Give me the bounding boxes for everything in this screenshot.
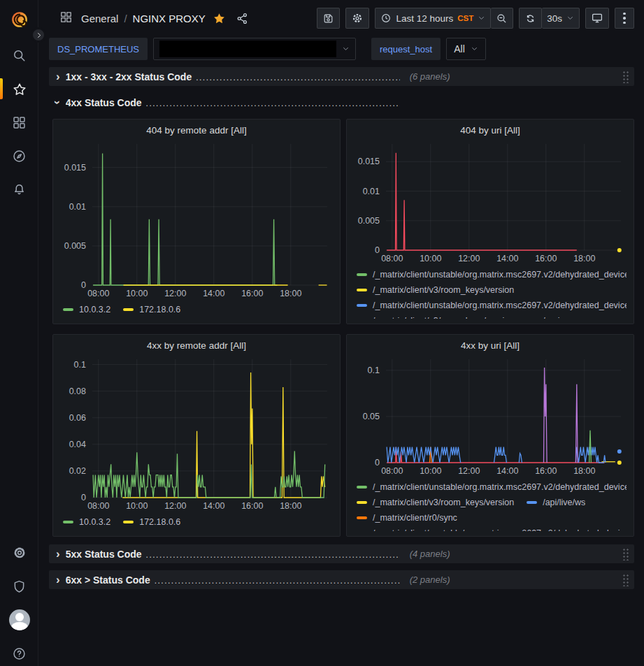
svg-text:0.05: 0.05: [363, 412, 380, 421]
variable-ds-prometheus-label[interactable]: DS_PROMETHEUS: [49, 38, 148, 60]
sidebar-item-profile[interactable]: [0, 609, 38, 631]
legend-item[interactable]: 172.18.0.6: [123, 302, 180, 317]
sidebar-item-help[interactable]: [0, 643, 38, 664]
row-1xx-3xx-2xx[interactable]: › 1xx - 3xx - 2xx Status Code ..........…: [49, 67, 634, 86]
sidebar-item-server-admin[interactable]: [0, 576, 38, 597]
svg-text:0.08: 0.08: [69, 386, 86, 396]
svg-text:0.01: 0.01: [69, 202, 86, 212]
star-icon: [12, 82, 27, 97]
legend-item[interactable]: /api/live/ws: [527, 495, 585, 509]
request-host-value: All: [454, 43, 465, 55]
svg-text:0.005: 0.005: [358, 216, 380, 226]
row-4xx[interactable]: › 4xx Status Code ......................…: [49, 93, 634, 112]
svg-text:12:00: 12:00: [458, 466, 480, 476]
gear-icon: [12, 545, 27, 560]
svg-text:18:00: 18:00: [573, 254, 595, 263]
row-drag-handle[interactable]: [622, 574, 629, 586]
row-drag-handle[interactable]: [622, 548, 629, 560]
variable-request-host-label[interactable]: request_host: [371, 38, 441, 60]
chevron-right-icon: ›: [56, 71, 60, 82]
row-title: 5xx Status Code: [66, 549, 142, 560]
variable-request-host-select[interactable]: All: [446, 38, 486, 60]
breadcrumb-folder[interactable]: General: [81, 13, 118, 24]
legend-item[interactable]: /_matrix/client/v3/room_keys/version: [357, 313, 514, 319]
sidebar-item-configuration[interactable]: [0, 542, 38, 563]
chevron-right-icon: [35, 31, 43, 39]
legend-item[interactable]: /sw.js: [527, 313, 564, 319]
refresh-interval-picker[interactable]: 30s: [542, 8, 580, 29]
svg-text:14:00: 14:00: [496, 466, 518, 476]
chart-4xx-by-remote-addr[interactable]: 00.020.040.060.080.108:0010:0012:0014:00…: [60, 354, 333, 513]
svg-text:08:00: 08:00: [381, 254, 403, 263]
panel-title[interactable]: 4xx by remote addr [All]: [60, 338, 333, 354]
legend-item[interactable]: 10.0.3.2: [63, 514, 110, 529]
legend-item[interactable]: /_matrix/client/unstable/org.matrix.msc2…: [357, 526, 627, 531]
legend-item[interactable]: /_matrix/client/r0/sync: [357, 510, 457, 525]
row-leader-dots: ........................................…: [146, 99, 400, 108]
svg-text:10:00: 10:00: [420, 466, 441, 476]
svg-text:16:00: 16:00: [241, 289, 263, 298]
chart-404-by-uri[interactable]: 00.0050.010.01508:0010:0012:0014:0016:00…: [354, 138, 627, 266]
panel-title[interactable]: 404 by remote addr [All]: [60, 123, 333, 138]
refresh-button[interactable]: [519, 8, 542, 29]
panel-4xx-by-uri: 4xx by uri [All] 00.050.108:0010:0012:00…: [346, 334, 634, 537]
chevron-down-icon: ›: [52, 101, 64, 105]
sidebar-item-starred[interactable]: [0, 79, 38, 100]
row-leader-dots: ........................................…: [155, 576, 400, 586]
svg-text:08:00: 08:00: [87, 501, 109, 511]
chart-4xx-by-uri[interactable]: 00.050.108:0010:0012:0014:0016:0018:00: [354, 354, 627, 478]
row-leader-dots: ........................................…: [146, 550, 400, 560]
favorite-star-button[interactable]: [213, 12, 226, 25]
clock-icon: [380, 13, 392, 24]
breadcrumb-dashboard-title[interactable]: NGINX PROXY: [133, 13, 206, 24]
sidebar-item-alerting[interactable]: [0, 179, 38, 200]
svg-text:14:00: 14:00: [203, 501, 224, 511]
save-icon: [322, 13, 334, 24]
grafana-logo[interactable]: [0, 8, 38, 31]
legend-404-by-uri: /_matrix/client/unstable/org.matrix.msc2…: [354, 266, 627, 319]
sidebar: [0, 0, 38, 666]
time-range-picker[interactable]: Last 12 hours CST: [375, 8, 491, 29]
sidebar-item-dashboards[interactable]: [0, 112, 38, 133]
zoom-out-time-button[interactable]: [491, 8, 513, 29]
row-6xx[interactable]: › 6xx > Status Code ....................…: [49, 570, 634, 589]
svg-text:16:00: 16:00: [535, 254, 557, 263]
kebab-icon: [623, 13, 626, 24]
legend-item[interactable]: 10.0.3.2: [63, 302, 110, 317]
svg-text:0.005: 0.005: [64, 241, 86, 251]
row-drag-handle[interactable]: [622, 71, 629, 83]
share-icon: [236, 12, 249, 25]
chart-404-by-remote-addr[interactable]: 00.0050.010.01508:0010:0012:0014:0016:00…: [60, 138, 333, 301]
legend-item[interactable]: /_matrix/client/v3/room_keys/version: [357, 495, 514, 509]
legend-item[interactable]: /_matrix/client/unstable/org.matrix.msc2…: [357, 479, 627, 494]
variable-ds-prometheus-select[interactable]: [153, 38, 356, 60]
legend-item[interactable]: /_matrix/client/unstable/org.matrix.msc2…: [357, 267, 627, 282]
toolbar: Last 12 hours CST: [317, 8, 634, 29]
share-dashboard-button[interactable]: [236, 12, 249, 25]
save-dashboard-button[interactable]: [317, 8, 340, 29]
panel-title[interactable]: 404 by uri [All]: [354, 123, 627, 138]
panel-404-by-remote-addr: 404 by remote addr [All] 00.0050.010.015…: [52, 119, 341, 324]
legend-item[interactable]: 172.18.0.6: [123, 514, 180, 529]
grafana-logo-icon: [10, 10, 29, 29]
legend-4xx-by-remote-addr: 10.0.3.2172.18.0.6: [60, 513, 333, 529]
cycle-view-mode-button[interactable]: [585, 8, 609, 29]
svg-text:0: 0: [81, 493, 86, 502]
panel-title[interactable]: 4xx by uri [All]: [354, 338, 627, 354]
time-range-label: Last 12 hours: [396, 13, 453, 24]
row-5xx[interactable]: › 5xx Status Code ......................…: [49, 544, 634, 563]
grafana-dashboard: General / NGINX PROXY: [0, 0, 644, 666]
dashboard-settings-button[interactable]: [345, 8, 369, 29]
sidebar-item-explore[interactable]: [0, 145, 38, 166]
row-panel-count: (2 panels): [410, 574, 450, 585]
svg-text:0: 0: [81, 280, 86, 290]
more-options-button[interactable]: [615, 8, 634, 29]
row-title: 6xx > Status Code: [66, 574, 150, 586]
legend-item[interactable]: /_matrix/client/unstable/org.matrix.msc2…: [357, 298, 627, 312]
refresh-group: 30s: [519, 8, 580, 29]
svg-text:0.01: 0.01: [363, 187, 380, 196]
legend-item[interactable]: /_matrix/client/v3/room_keys/version: [357, 282, 514, 297]
sidebar-item-search[interactable]: [0, 45, 38, 66]
sidebar-expand-button[interactable]: [31, 27, 46, 43]
timezone-label: CST: [457, 14, 473, 22]
